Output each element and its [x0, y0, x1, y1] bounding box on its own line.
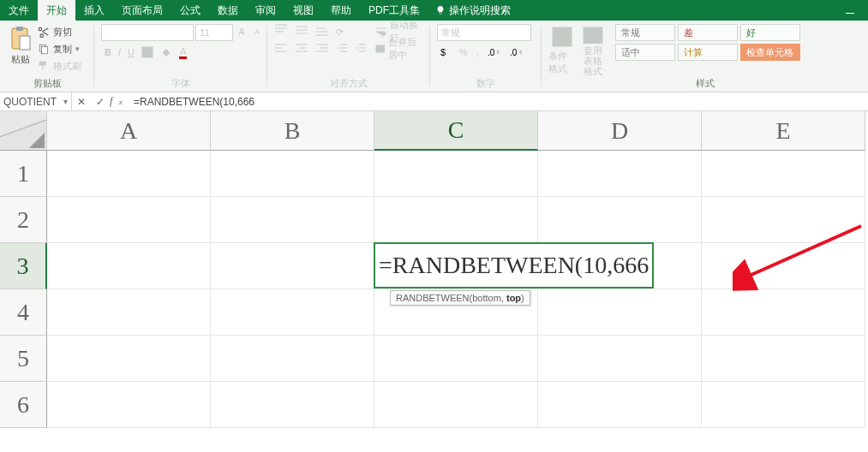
align-right-icon[interactable] — [315, 43, 329, 55]
tab-formulas[interactable]: 公式 — [171, 0, 209, 21]
fill-color-button[interactable] — [160, 45, 172, 60]
merge-center-button[interactable]: 合并后居中 — [375, 41, 423, 56]
cell-E6[interactable] — [702, 382, 865, 428]
row-header-1[interactable]: 1 — [0, 151, 47, 197]
cell-D1[interactable] — [538, 151, 702, 197]
table-format-label: 套用 表格格式 — [579, 45, 607, 76]
cell-E2[interactable] — [702, 197, 865, 243]
cell-B5[interactable] — [211, 336, 374, 382]
cell-A1[interactable] — [47, 151, 211, 197]
style-calculation[interactable]: 计算 — [678, 44, 738, 61]
cell-E1[interactable] — [702, 151, 865, 197]
cell-E4[interactable] — [702, 289, 865, 336]
cell-B2[interactable] — [211, 197, 374, 243]
cell-C6[interactable] — [374, 382, 538, 428]
name-box[interactable]: QUOTIENT ▾ — [0, 92, 72, 110]
row-header-4[interactable]: 4 — [0, 289, 47, 336]
align-top-icon[interactable] — [274, 24, 288, 36]
cell-A3[interactable] — [47, 243, 211, 289]
cell-A2[interactable] — [47, 197, 211, 243]
cell-D4[interactable] — [538, 289, 702, 336]
style-normal[interactable]: 常规 — [615, 24, 675, 41]
cell-D6[interactable] — [538, 382, 702, 428]
row-header-3[interactable]: 3 — [0, 243, 47, 289]
style-bad[interactable]: 差 — [678, 24, 738, 41]
conditional-formatting-button[interactable]: 条件格式 — [548, 24, 576, 76]
orientation-button[interactable]: ⟳ — [336, 24, 344, 39]
cell-D2[interactable] — [538, 197, 702, 243]
cut-button[interactable]: 剪切 — [38, 24, 81, 39]
cell-A5[interactable] — [47, 336, 211, 382]
minimize-button[interactable] — [832, 0, 868, 21]
tab-review[interactable]: 审阅 — [247, 0, 284, 21]
font-size-combo[interactable]: 11 — [195, 24, 233, 41]
percent-button[interactable]: % — [459, 45, 468, 60]
underline-button[interactable]: U — [128, 45, 135, 60]
align-center-icon[interactable] — [295, 43, 308, 55]
cell-C2[interactable] — [374, 197, 538, 243]
cell-A4[interactable] — [47, 289, 211, 336]
worksheet-grid[interactable]: A B C D E 1 2 3 =RANDBETWEEN(10,666 RAND… — [0, 111, 868, 452]
cell-C4[interactable] — [374, 289, 538, 336]
cell-B6[interactable] — [211, 382, 374, 428]
enter-formula-button[interactable]: ✓ — [91, 96, 110, 108]
col-header-D[interactable]: D — [538, 111, 702, 151]
comma-button[interactable]: , — [476, 45, 479, 60]
tab-data[interactable]: 数据 — [209, 0, 247, 21]
style-check-cell[interactable]: 检查单元格 — [740, 44, 800, 61]
cell-E3[interactable] — [702, 243, 865, 289]
col-header-E[interactable]: E — [702, 111, 865, 151]
copy-button[interactable]: 复制 ▾ — [38, 41, 81, 56]
col-header-C[interactable]: C — [374, 111, 538, 151]
align-middle-icon[interactable] — [295, 24, 308, 36]
decrease-font-icon[interactable]: A — [250, 24, 264, 39]
cell-E5[interactable] — [702, 336, 865, 382]
bold-button[interactable]: B — [105, 45, 111, 60]
increase-indent-icon[interactable] — [355, 43, 367, 55]
tab-view[interactable]: 视图 — [284, 0, 322, 21]
tell-me-search[interactable]: 操作说明搜索 — [428, 0, 518, 21]
tab-help[interactable]: 帮助 — [322, 0, 360, 21]
row-header-6[interactable]: 6 — [0, 382, 47, 428]
cell-C3[interactable]: =RANDBETWEEN(10,666 RANDBETWEEN(bottom, … — [374, 243, 538, 289]
align-bottom-icon[interactable] — [315, 24, 329, 36]
style-good[interactable]: 好 — [740, 24, 800, 41]
increase-decimal-button[interactable]: .0 — [488, 45, 501, 60]
col-header-A[interactable]: A — [47, 111, 211, 151]
group-number: 常规 $ % , .0 .0 数字 — [430, 21, 542, 92]
row-header-2[interactable]: 2 — [0, 197, 47, 243]
cell-C1[interactable] — [374, 151, 538, 197]
number-format-combo[interactable]: 常规 — [437, 24, 531, 41]
font-name-combo[interactable] — [101, 24, 194, 41]
increase-font-icon[interactable]: A — [235, 24, 248, 39]
cell-B4[interactable] — [211, 289, 374, 336]
cell-A6[interactable] — [47, 382, 211, 428]
select-all-corner[interactable] — [0, 111, 47, 151]
format-painter-button[interactable]: 格式刷 — [38, 58, 81, 74]
align-left-icon[interactable] — [274, 43, 288, 55]
style-neutral[interactable]: 适中 — [615, 44, 675, 61]
paste-button[interactable]: 粘贴 — [7, 24, 34, 76]
cancel-formula-button[interactable]: ✕ — [72, 96, 91, 108]
decrease-indent-icon[interactable] — [336, 43, 348, 55]
font-color-button[interactable]: A — [179, 45, 187, 60]
tab-home[interactable]: 开始 — [38, 0, 75, 21]
cell-B3[interactable] — [211, 243, 374, 289]
row-header-5[interactable]: 5 — [0, 336, 47, 382]
cell-C5[interactable] — [374, 336, 538, 382]
fx-icon[interactable]: fx — [110, 95, 129, 108]
tab-pdf-tools[interactable]: PDF工具集 — [360, 0, 428, 21]
border-button[interactable] — [141, 45, 153, 60]
formula-input[interactable]: =RANDBETWEEN(10,666 — [129, 92, 868, 110]
tab-page-layout[interactable]: 页面布局 — [113, 0, 171, 21]
decrease-decimal-button[interactable]: .0 — [510, 45, 524, 60]
cell-B1[interactable] — [211, 151, 374, 197]
tab-insert[interactable]: 插入 — [75, 0, 113, 21]
format-as-table-button[interactable]: 套用 表格格式 — [579, 24, 607, 76]
currency-button[interactable]: $ — [439, 45, 451, 60]
tab-file[interactable]: 文件 — [0, 0, 38, 21]
cell-D5[interactable] — [538, 336, 702, 382]
col-header-B[interactable]: B — [211, 111, 374, 151]
cell-D3[interactable] — [538, 243, 702, 289]
italic-button[interactable]: I — [118, 45, 121, 60]
